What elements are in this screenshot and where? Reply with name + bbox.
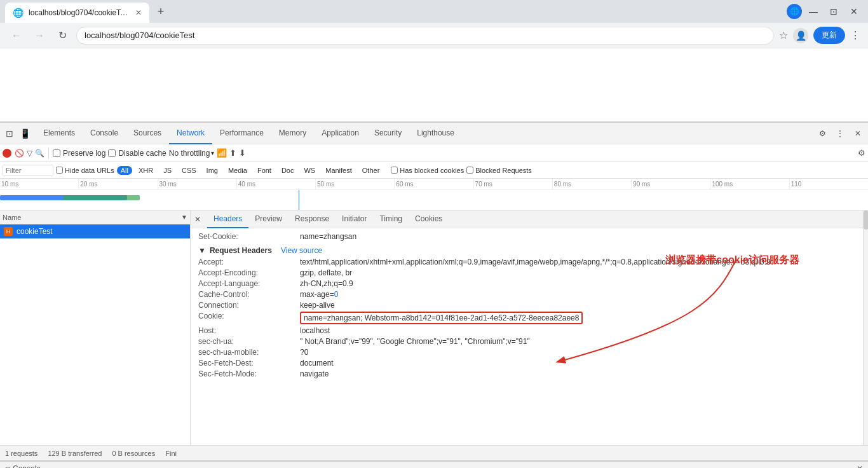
status-finish: Fini (165, 450, 177, 457)
wifi-icon[interactable]: 📶 (217, 148, 227, 158)
maximize-button[interactable]: ⊡ (825, 3, 843, 20)
filter-type-ws[interactable]: WS (300, 166, 319, 175)
timeline-cursor (299, 190, 299, 210)
menu-icon[interactable]: ⋮ (850, 29, 860, 41)
header-key: Sec-Fetch-Mode: (198, 369, 300, 378)
detail-scrollbar[interactable] (863, 210, 868, 445)
search-icon[interactable]: 🔍 (35, 149, 44, 158)
refresh-button[interactable]: ↻ (53, 27, 71, 45)
filter-type-img[interactable]: Img (203, 166, 222, 175)
detail-tab-cookies[interactable]: Cookies (409, 210, 449, 228)
ruler-tick-110ms: 110 (790, 179, 868, 189)
window-global-icon[interactable]: 🌐 (787, 4, 802, 19)
detail-tab-initiator[interactable]: Initiator (336, 210, 373, 228)
console-close-icon[interactable]: ✕ (857, 464, 863, 468)
timeline-ruler: 10 ms 20 ms 30 ms 40 ms 50 ms 60 ms 70 m… (0, 179, 868, 190)
devtools-close-icon[interactable]: ✕ (850, 126, 865, 141)
filter-type-media[interactable]: Media (224, 166, 251, 175)
header-row-cookie: Cookie: name=zhangsan; Webstorm-a8bd142=… (198, 312, 855, 324)
disable-cache-checkbox[interactable]: Disable cache (108, 149, 166, 158)
header-row-sec-fetch-dest: Sec-Fetch-Dest: document (198, 359, 855, 368)
hide-data-urls-checkbox[interactable]: Hide data URLs (56, 167, 114, 174)
profile-icon[interactable]: 👤 (793, 28, 808, 43)
section-arrow-icon: ▼ (198, 246, 206, 255)
header-key: Connection: (198, 301, 300, 310)
tab-memory[interactable]: Memory (271, 123, 314, 144)
update-button[interactable]: 更新 (813, 27, 845, 44)
throttle-dropdown[interactable]: No throttling ▾ (169, 149, 215, 158)
tab-security[interactable]: Security (367, 123, 409, 144)
filter-type-js[interactable]: JS (159, 166, 175, 175)
list-item-cookietest[interactable]: H cookieTest (0, 224, 190, 238)
header-value: navigate (300, 369, 329, 378)
ruler-tick-20ms: 20 ms (79, 179, 158, 189)
filter-type-css[interactable]: CSS (178, 166, 200, 175)
detail-tab-preview[interactable]: Preview (248, 210, 288, 228)
bookmark-icon[interactable]: ☆ (779, 29, 788, 41)
filter-input[interactable] (3, 165, 53, 176)
minimize-button[interactable]: — (804, 3, 822, 20)
header-row-accept-encoding: Accept-Encoding: gzip, deflate, br (198, 268, 855, 277)
upload-icon[interactable]: ⬆ (229, 148, 236, 158)
tab-application[interactable]: Application (314, 123, 367, 144)
close-window-button[interactable]: ✕ (845, 3, 863, 20)
filter-type-doc[interactable]: Doc (278, 166, 298, 175)
blocked-requests-checkbox[interactable]: Blocked Requests (466, 167, 532, 174)
detail-tab-response[interactable]: Response (288, 210, 336, 228)
header-value-cookie: name=zhangsan; Webstorm-a8bd142=014f81ee… (300, 312, 583, 324)
timeline-bar-green (64, 195, 140, 200)
devtools-settings-icon[interactable]: ⚙ (815, 126, 830, 141)
detail-tab-headers[interactable]: Headers (207, 210, 248, 228)
set-cookie-row: Set-Cookie: name=zhangsan (198, 232, 855, 241)
file-list-sort-icon[interactable]: ▼ (181, 214, 187, 221)
record-button[interactable] (3, 149, 11, 158)
tab-console[interactable]: Console (83, 123, 126, 144)
ruler-tick-10ms: 10 ms (0, 179, 79, 189)
tab-lighthouse[interactable]: Lighthouse (409, 123, 462, 144)
header-row-connection: Connection: keep-alive (198, 301, 855, 310)
tab-performance[interactable]: Performance (212, 123, 271, 144)
clear-button[interactable]: 🚫 (14, 148, 24, 158)
filter-type-manifest[interactable]: Manifest (322, 166, 356, 175)
address-bar[interactable]: localhost/blog0704/cookieTest (76, 27, 774, 45)
filter-type-xhr[interactable]: XHR (135, 166, 157, 175)
tab-sources[interactable]: Sources (126, 123, 169, 144)
tab-close-icon[interactable]: ✕ (135, 8, 142, 17)
has-blocked-cookies-checkbox[interactable]: Has blocked cookies (391, 167, 464, 174)
devtools-icon-cursor[interactable]: ⊡ (3, 127, 17, 141)
header-key: Sec-Fetch-Dest: (198, 359, 300, 368)
header-value: " Not;A Brand";v="99", "Google Chrome";v… (300, 337, 530, 346)
view-source-link[interactable]: View source (281, 246, 322, 255)
console-label[interactable]: Console (13, 464, 41, 468)
detail-close-button[interactable]: ✕ (193, 215, 202, 224)
main-area: Name ▼ H cookieTest ✕ Headers Preview Re… (0, 210, 868, 445)
tab-elements[interactable]: Elements (36, 123, 83, 144)
forward-button[interactable]: → (31, 27, 48, 45)
tab-network[interactable]: Network (169, 123, 212, 144)
ruler-tick-60ms: 60 ms (395, 179, 473, 189)
filter-type-font[interactable]: Font (254, 166, 275, 175)
back-button[interactable]: ← (8, 27, 25, 45)
devtools-more-icon[interactable]: ⋮ (832, 126, 848, 141)
header-row-cache-control: Cache-Control: max-age=0 (198, 290, 855, 299)
new-tab-button[interactable]: + (152, 3, 170, 20)
detail-tab-timing[interactable]: Timing (373, 210, 409, 228)
detail-panel: ✕ Headers Preview Response Initiator Tim… (191, 210, 863, 445)
ruler-tick-90ms: 90 ms (632, 179, 710, 189)
filter-type-all[interactable]: All (117, 166, 132, 175)
preserve-log-checkbox[interactable]: Preserve log (53, 149, 105, 158)
filter-type-other[interactable]: Other (358, 166, 384, 175)
status-resources: 0 B resources (112, 450, 155, 457)
tab-favicon: 🌐 (13, 8, 24, 18)
request-headers-title[interactable]: ▼ Request Headers View source (198, 246, 855, 255)
browser-window: 🌐 localhost/blog0704/cookieTes... ✕ + 🌐 … (0, 0, 868, 468)
active-tab[interactable]: 🌐 localhost/blog0704/cookieTes... ✕ (5, 3, 149, 23)
network-settings-icon[interactable]: ⚙ (858, 148, 865, 158)
download-icon[interactable]: ⬇ (239, 148, 246, 158)
filter-icon[interactable]: ▽ (27, 149, 32, 158)
request-headers-section: ▼ Request Headers View source Accept: te… (198, 246, 855, 378)
devtools-icon-mobile[interactable]: 📱 (18, 127, 32, 141)
set-cookie-value: name=zhangsan (300, 232, 356, 241)
header-row-sec-ch-ua-mobile: sec-ch-ua-mobile: ?0 (198, 348, 855, 357)
console-icon: ⊡ (5, 465, 10, 469)
